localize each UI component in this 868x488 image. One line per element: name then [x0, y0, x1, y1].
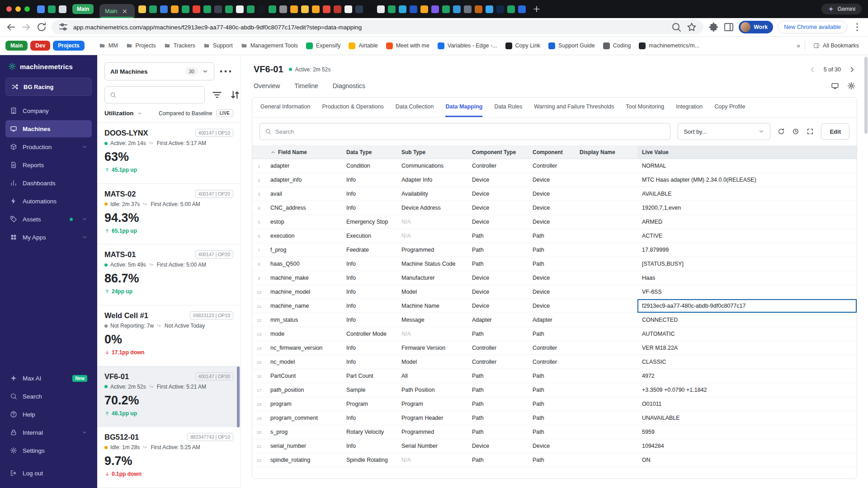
gemini-status-item[interactable]: Gemini — [821, 4, 862, 14]
cell-component[interactable]: Path — [528, 243, 575, 257]
cell-component-type[interactable]: Path — [467, 229, 528, 243]
cell-display-name[interactable] — [575, 243, 637, 257]
cell-display-name[interactable] — [575, 299, 637, 313]
forward-button[interactable] — [21, 22, 32, 33]
cell-field[interactable]: nc_model — [266, 355, 342, 369]
cell-field[interactable]: nc_firmware_version — [266, 341, 342, 355]
cell-data-type[interactable]: Sample — [342, 383, 397, 397]
pinned-tab-favicon[interactable] — [59, 5, 66, 13]
extensions-icon[interactable] — [708, 22, 719, 33]
pinned-tab-favicon[interactable] — [475, 5, 482, 13]
sidebar-item-production[interactable]: Production — [5, 138, 92, 155]
browser-menu-icon[interactable] — [852, 22, 863, 33]
cell-sub-type[interactable]: Path Position — [397, 383, 467, 397]
next-machine-button[interactable] — [848, 66, 855, 73]
table-row[interactable]: 5estopEmergency StopN/ADeviceDeviceARMED — [252, 215, 857, 229]
bookmark-folder-mm[interactable]: MM — [95, 40, 122, 51]
cell-display-name[interactable] — [575, 215, 637, 229]
cell-display-name[interactable] — [575, 313, 637, 327]
cell-data-type[interactable]: Condition — [342, 159, 397, 173]
site-info-icon[interactable] — [58, 22, 69, 33]
cell-live-value[interactable]: MTC Haas adapter (MM) 2.34.0.0(RELEASE) — [637, 173, 857, 187]
sidebar-item-help[interactable]: Help — [5, 406, 92, 423]
cell-component-type[interactable]: Path — [467, 397, 528, 411]
tab-timeline[interactable]: Timeline — [294, 82, 318, 89]
pinned-tab-favicon[interactable] — [334, 5, 341, 13]
tab-group-chip[interactable]: Main — [72, 4, 94, 14]
table-row[interactable]: 20s_progRotary VelocityProgrammedPathPat… — [252, 425, 857, 439]
settings-tab-data-rules[interactable]: Data Rules — [494, 98, 522, 117]
cell-display-name[interactable] — [575, 439, 637, 453]
window-controls[interactable] — [6, 6, 30, 12]
cell-component-type[interactable]: Device — [467, 173, 528, 187]
cell-component-type[interactable]: Device — [467, 201, 528, 215]
machine-card-doos-lynx[interactable]: DOOS-LYNX400147 | OP10Active: 2m 14sFirs… — [97, 123, 241, 184]
cell-sub-type[interactable]: Program — [397, 397, 467, 411]
list-options-button[interactable] — [218, 64, 233, 79]
pinned-tab-favicon[interactable] — [160, 5, 168, 13]
settings-tab-data-collection[interactable]: Data Collection — [396, 98, 434, 117]
bookmark-folder-projects[interactable]: Projects — [123, 40, 160, 51]
pinned-tab-favicon[interactable] — [290, 5, 298, 13]
cell-field[interactable]: adapter_info — [266, 173, 342, 187]
cell-data-type[interactable]: Info — [342, 187, 397, 201]
pinned-tab-favicon[interactable] — [399, 5, 406, 13]
pinned-tab-favicon[interactable] — [431, 5, 439, 13]
back-button[interactable] — [5, 22, 16, 33]
table-row[interactable]: 6executionExecutionN/APathPathACTIVE — [252, 229, 857, 243]
cell-sub-type[interactable]: Manufacturer — [397, 271, 467, 285]
pinned-tab-favicon[interactable] — [312, 5, 320, 13]
cell-field[interactable]: mm_status — [266, 313, 342, 327]
cell-sub-type[interactable]: Firmware Version — [397, 341, 467, 355]
cell-data-type[interactable]: Info — [342, 299, 397, 313]
pinned-tab-favicon[interactable] — [138, 5, 146, 13]
cell-field[interactable]: serial_number — [266, 439, 342, 453]
cell-component-type[interactable]: Path — [467, 383, 528, 397]
edit-button[interactable]: Edit — [821, 123, 849, 140]
cell-field[interactable]: path_position — [266, 383, 342, 397]
cell-live-value[interactable]: 4972 — [637, 369, 857, 383]
cell-live-value[interactable]: AVAILABLE — [637, 187, 857, 201]
sidebar-item-search[interactable]: Search — [5, 388, 92, 405]
pinned-tab-favicon[interactable] — [420, 5, 428, 13]
settings-tab-general-information[interactable]: General Information — [260, 98, 310, 117]
cell-display-name[interactable] — [575, 425, 637, 439]
cell-sub-type[interactable]: N/A — [397, 453, 467, 467]
table-row[interactable]: 11machine_nameInfoMachine NameDeviceDevi… — [252, 299, 857, 313]
pinned-tab-favicon[interactable] — [344, 5, 352, 13]
cell-component-type[interactable]: Device — [467, 187, 528, 201]
sidebar-item-internal[interactable]: Internal — [5, 424, 92, 441]
cell-field[interactable]: s_prog — [266, 425, 342, 439]
bookmark-item-copy-link[interactable]: Copy Link — [502, 40, 544, 52]
sort-button[interactable] — [229, 89, 241, 101]
pinned-tab-favicon[interactable] — [388, 5, 396, 13]
cell-data-type[interactable]: Part Count — [342, 369, 397, 383]
cell-component[interactable]: Controller — [528, 159, 575, 173]
sidebar-item-dashboards[interactable]: Dashboards — [5, 174, 92, 192]
bookmark-item-support-guide[interactable]: Support Guide — [545, 40, 599, 52]
settings-tab-production-operations[interactable]: Production & Operations — [322, 98, 383, 117]
org-switcher-button[interactable]: BG Racing — [5, 78, 92, 96]
cell-display-name[interactable] — [575, 369, 637, 383]
cell-data-type[interactable]: Info — [342, 285, 397, 299]
column-header-field-name[interactable]: Field Name — [266, 146, 342, 159]
table-search-box[interactable] — [259, 123, 670, 140]
cell-data-type[interactable]: Rotary Velocity — [342, 425, 397, 439]
close-window-button[interactable] — [6, 6, 12, 12]
sidebar-item-log-out[interactable]: Log out — [5, 465, 92, 482]
pinned-tab-favicon[interactable] — [171, 5, 179, 13]
cell-component[interactable]: Path — [528, 383, 575, 397]
pinned-tab-favicon[interactable] — [377, 5, 385, 13]
column-header-display-name[interactable]: Display Name — [575, 146, 637, 159]
table-row[interactable]: 2adapter_infoInfoAdapter InfoDeviceDevic… — [252, 173, 857, 187]
settings-tab-copy-profile[interactable]: Copy Profile — [714, 98, 745, 117]
pinned-tab-favicon[interactable] — [269, 5, 276, 13]
panel-scrollbar-thumb[interactable] — [237, 366, 240, 427]
cell-sub-type[interactable]: Model — [397, 285, 467, 299]
cell-component[interactable]: Device — [528, 299, 575, 313]
cell-data-type[interactable]: Info — [342, 201, 397, 215]
table-row[interactable]: 12mm_statusInfoMessageAdapterAdapterCONN… — [252, 313, 857, 327]
cell-component[interactable]: Path — [528, 369, 575, 383]
cell-component[interactable]: Device — [528, 201, 575, 215]
table-row[interactable]: 14nc_firmware_versionInfoFirmware Versio… — [252, 341, 857, 355]
